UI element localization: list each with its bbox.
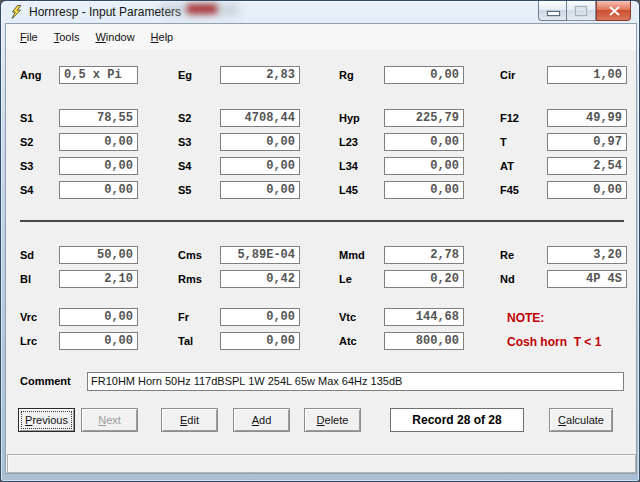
close-icon	[609, 6, 620, 16]
param-field-ang[interactable]: 0,5 x Pi	[59, 66, 138, 84]
param-field-tal[interactable]: 0,00	[220, 332, 300, 350]
param-label-le: Le	[339, 268, 352, 290]
param-label-t: T	[500, 131, 507, 153]
param-label-s4: S4	[178, 155, 191, 177]
param-label-ang: Ang	[20, 64, 41, 86]
delete-button[interactable]: Delete	[304, 408, 361, 432]
lightning-bolt-icon	[9, 5, 23, 19]
param-label-nd: Nd	[500, 268, 515, 290]
field-row: S20,00S30,00L230,00T0,97	[6, 131, 636, 155]
minimize-button[interactable]	[538, 1, 567, 21]
add-button[interactable]: Add	[233, 408, 290, 432]
param-field-s5[interactable]: 0,00	[220, 181, 300, 199]
param-label-vtc: Vtc	[339, 306, 356, 328]
param-label-atc: Atc	[339, 330, 357, 352]
field-row: Ang0,5 x PiEg2,83Rg0,00Cir1,00	[6, 64, 636, 88]
section-driver: Sd50,00Cms5,89E-04Mmd2,78Re3,20Bl2,10Rms…	[6, 244, 636, 292]
param-field-atc[interactable]: 800,00	[384, 332, 464, 350]
next-button: Next	[81, 408, 138, 432]
param-label-s5: S5	[178, 179, 191, 201]
param-label-cms: Cms	[178, 244, 202, 266]
window-controls	[538, 1, 631, 21]
param-label-cir: Cir	[500, 64, 515, 86]
param-label-f12: F12	[500, 107, 519, 129]
menu-item-tools[interactable]: Tools	[46, 24, 88, 50]
button-row: Previous Next Edit Add Delete Record 28 …	[6, 408, 636, 434]
param-label-f45: F45	[500, 179, 519, 201]
param-field-mmd[interactable]: 2,78	[384, 246, 464, 264]
param-label-s3: S3	[178, 131, 191, 153]
edit-button[interactable]: Edit	[161, 408, 218, 432]
client-area: FileToolsWindowHelp Ang0,5 x PiEg2,83Rg0…	[5, 23, 637, 474]
param-field-fr[interactable]: 0,00	[220, 308, 300, 326]
field-row: S30,00S40,00L340,00AT2,54	[6, 155, 636, 179]
field-row: S178,55S24708,44Hyp225,79F1249,99	[6, 107, 636, 131]
param-field-l23[interactable]: 0,00	[384, 133, 464, 151]
field-row: S40,00S50,00L450,00F450,00	[6, 179, 636, 203]
param-field-t[interactable]: 0,97	[547, 133, 627, 151]
param-field-vtc[interactable]: 144,68	[384, 308, 464, 326]
param-label-s3: S3	[20, 155, 33, 177]
comment-field[interactable]: FR10HM Horn 50Hz 117dBSPL 1W 254L 65w Ma…	[87, 372, 624, 391]
param-field-hyp[interactable]: 225,79	[384, 109, 464, 127]
param-field-l45[interactable]: 0,00	[384, 181, 464, 199]
maximize-button	[567, 1, 596, 21]
comment-row: Comment FR10HM Horn 50Hz 117dBSPL 1W 254…	[6, 371, 636, 393]
close-button[interactable]	[596, 1, 631, 21]
param-label-hyp: Hyp	[339, 107, 360, 129]
param-label-s2: S2	[20, 131, 33, 153]
param-label-at: AT	[500, 155, 514, 177]
param-field-cms[interactable]: 5,89E-04	[220, 246, 300, 264]
comment-label: Comment	[20, 371, 71, 391]
param-field-bl[interactable]: 2,10	[59, 270, 138, 288]
param-field-sd[interactable]: 50,00	[59, 246, 138, 264]
menu-item-window[interactable]: Window	[87, 24, 142, 50]
param-field-s4[interactable]: 0,00	[59, 181, 138, 199]
blurred-redaction	[187, 4, 217, 14]
param-label-mmd: Mmd	[339, 244, 365, 266]
param-field-le[interactable]: 0,20	[384, 270, 464, 288]
focus-ring	[22, 412, 71, 428]
record-indicator: Record 28 of 28	[390, 408, 524, 432]
param-field-s4[interactable]: 0,00	[220, 157, 300, 175]
calculate-button[interactable]: Calculate	[549, 408, 613, 432]
param-field-vrc[interactable]: 0,00	[59, 308, 138, 326]
section-general: Ang0,5 x PiEg2,83Rg0,00Cir1,00	[6, 64, 636, 88]
param-field-s3[interactable]: 0,00	[59, 157, 138, 175]
param-field-s3[interactable]: 0,00	[220, 133, 300, 151]
param-field-l34[interactable]: 0,00	[384, 157, 464, 175]
param-field-cir[interactable]: 1,00	[547, 66, 627, 84]
param-field-lrc[interactable]: 0,00	[59, 332, 138, 350]
menu-item-file[interactable]: File	[12, 24, 46, 50]
title-bar[interactable]: Hornresp - Input Parameters	[1, 1, 639, 23]
param-field-s1[interactable]: 78,55	[59, 109, 138, 127]
minimize-icon	[548, 12, 559, 15]
status-bar	[7, 454, 636, 473]
param-field-s2[interactable]: 4708,44	[220, 109, 300, 127]
param-field-at[interactable]: 2,54	[547, 157, 627, 175]
param-field-f45[interactable]: 0,00	[547, 181, 627, 199]
param-label-s2: S2	[178, 107, 191, 129]
param-field-nd[interactable]: 4P 4S	[547, 270, 627, 288]
param-label-vrc: Vrc	[20, 306, 37, 328]
menu-bar: FileToolsWindowHelp	[6, 24, 636, 51]
field-row: Sd50,00Cms5,89E-04Mmd2,78Re3,20	[6, 244, 636, 268]
param-field-eg[interactable]: 2,83	[220, 66, 300, 84]
param-label-s4: S4	[20, 179, 33, 201]
section-divider	[20, 220, 624, 222]
note-heading: NOTE:	[507, 306, 627, 330]
previous-button[interactable]: Previous	[18, 408, 75, 432]
menu-item-help[interactable]: Help	[143, 24, 182, 50]
param-field-s2[interactable]: 0,00	[59, 133, 138, 151]
param-label-s1: S1	[20, 107, 33, 129]
param-field-f12[interactable]: 49,99	[547, 109, 627, 127]
param-label-eg: Eg	[178, 64, 192, 86]
maximize-icon	[576, 7, 586, 15]
note-block: NOTE: Cosh horn T < 1	[507, 306, 627, 354]
param-label-fr: Fr	[178, 306, 189, 328]
param-field-rg[interactable]: 0,00	[384, 66, 464, 84]
param-label-l45: L45	[339, 179, 358, 201]
param-field-re[interactable]: 3,20	[547, 246, 627, 264]
param-field-rms[interactable]: 0,42	[220, 270, 300, 288]
param-label-lrc: Lrc	[20, 330, 37, 352]
